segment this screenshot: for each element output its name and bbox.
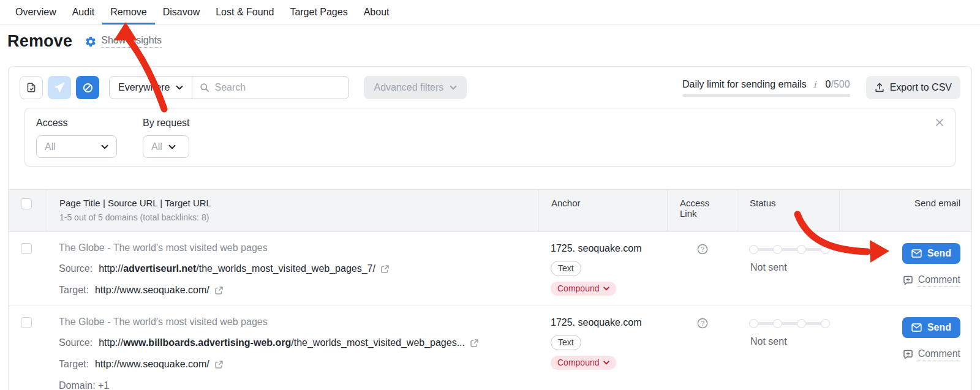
status-stepper (749, 245, 828, 254)
send-button[interactable]: Send (902, 243, 960, 264)
advanced-filters-button[interactable]: Advanced filters (364, 76, 467, 99)
advanced-filters-label: Advanced filters (374, 82, 443, 93)
upload-icon (875, 83, 884, 92)
svg-text:?: ? (701, 320, 704, 327)
chevron-down-icon (603, 287, 609, 291)
source-url-path: /the_worlds_most_visited_web_pages_7/ (196, 263, 375, 274)
send-button-label: Send (927, 322, 951, 333)
toolbar: Everywhere Advanced filters Daily limit (9, 67, 971, 107)
send-emails-button[interactable] (48, 76, 71, 99)
remove-panel-card: Everywhere Advanced filters Daily limit (8, 66, 972, 390)
scope-search-group: Everywhere (109, 76, 349, 99)
source-url-path: /the_worlds_most_visited_web_pages... (291, 337, 465, 348)
send-button[interactable]: Send (902, 317, 960, 338)
access-filter-select[interactable]: All (36, 135, 117, 158)
chevron-down-icon (450, 85, 457, 90)
anchor-category-badge[interactable]: Compound (551, 282, 616, 296)
access-filter-value: All (45, 141, 56, 152)
tab-disavow[interactable]: Disavow (155, 0, 208, 24)
select-all-checkbox[interactable] (21, 198, 32, 209)
scope-dropdown[interactable]: Everywhere (110, 77, 192, 99)
block-icon (82, 82, 94, 94)
anchor-type-badge: Text (551, 335, 581, 350)
daily-limit-label: Daily limit for sending emails (682, 79, 807, 90)
source-url: http://www.billboards.advertising-web.or… (99, 337, 465, 348)
status-text: Not sent (750, 262, 828, 273)
source-url-domain: www.billboards.advertising-web.org (123, 337, 291, 348)
envelope-icon (911, 323, 922, 332)
domain-more-link[interactable]: Domain: +1 (59, 380, 109, 390)
tab-lost-and-found[interactable]: Lost & Found (208, 0, 282, 24)
column-header-access-link: Access Link (667, 190, 737, 231)
daily-limit-count: 0/500 (826, 79, 850, 90)
daily-limit-block: Daily limit for sending emails i 0/500 (682, 79, 850, 97)
comment-plus-icon (903, 276, 913, 286)
tab-target-pages[interactable]: Target Pages (282, 0, 355, 24)
column-header-page-title: Page Title | Source URL | Target URL 1-5… (47, 190, 538, 231)
source-label: Source: (59, 263, 92, 274)
show-insights-link[interactable]: Show insights (85, 35, 162, 48)
chevron-down-icon (168, 144, 176, 149)
chevron-down-icon (101, 144, 108, 149)
target-url: http://www.seoquake.com/ (95, 285, 209, 296)
send-button-label: Send (927, 248, 951, 259)
page-title: Remove (7, 32, 72, 51)
tab-overview[interactable]: Overview (7, 0, 64, 24)
external-link-icon[interactable] (470, 339, 479, 348)
table-row: The Globe - The world's most visited web… (9, 306, 971, 390)
to-remove-list-button[interactable] (20, 76, 43, 99)
comment-label: Comment (918, 348, 960, 361)
external-link-icon[interactable] (214, 286, 224, 295)
anchor-type-badge: Text (551, 261, 581, 276)
search-icon (200, 83, 209, 92)
tab-audit[interactable]: Audit (64, 0, 102, 24)
external-link-icon[interactable] (380, 264, 390, 274)
comment-link[interactable]: Comment (903, 348, 960, 361)
close-icon (935, 118, 944, 127)
gear-icon (85, 36, 97, 48)
by-request-filter-value: All (151, 141, 162, 152)
comment-link[interactable]: Comment (903, 274, 960, 287)
access-link-cell: ? (667, 306, 737, 390)
filter-panel: Access All By request All (24, 108, 956, 167)
envelope-icon (911, 249, 922, 258)
backlink-page-title: The Globe - The world's most visited web… (59, 243, 527, 253)
target-url: http://www.seoquake.com/ (95, 359, 209, 370)
tab-about[interactable]: About (356, 0, 398, 24)
anchor-text: 1725. seoquake.com (551, 317, 656, 328)
question-circle-icon[interactable]: ? (696, 317, 709, 329)
status-cell: Not sent (737, 306, 839, 390)
svg-text:?: ? (701, 246, 704, 253)
export-to-csv-button[interactable]: Export to CSV (866, 76, 960, 99)
target-label: Target: (59, 285, 89, 296)
column-header-main-label: Page Title | Source URL | Target URL (59, 198, 527, 208)
by-request-filter-group: By request All (143, 118, 189, 158)
by-request-filter-select[interactable]: All (143, 135, 189, 158)
status-text: Not sent (750, 336, 828, 347)
column-header-anchor: Anchor (538, 190, 667, 231)
column-header-send-email: Send email (839, 190, 971, 231)
close-filter-panel-button[interactable] (933, 116, 946, 129)
anchor-cell: 1725. seoquake.com Text Compound (538, 232, 667, 306)
anchor-category-badge[interactable]: Compound (551, 356, 616, 370)
page-title-cell: The Globe - The world's most visited web… (47, 306, 538, 390)
chevron-down-icon (176, 85, 183, 90)
row-checkbox[interactable] (21, 243, 32, 254)
disavow-button[interactable] (76, 76, 99, 99)
search-field[interactable] (192, 77, 349, 99)
document-check-icon (26, 82, 37, 93)
row-checkbox[interactable] (21, 317, 32, 328)
target-label: Target: (59, 359, 89, 370)
send-email-cell: Send Comment (839, 232, 971, 306)
top-nav: Overview Audit Remove Disavow Lost & Fou… (0, 0, 980, 25)
tab-remove[interactable]: Remove (102, 0, 155, 24)
access-filter-label: Access (36, 118, 117, 129)
question-circle-icon[interactable]: ? (696, 243, 709, 255)
search-input[interactable] (214, 82, 341, 93)
scope-value: Everywhere (118, 82, 170, 93)
source-url: http://advertiseurl.net/the_worlds_most_… (99, 263, 375, 274)
show-insights-label: Show insights (101, 35, 162, 48)
info-icon[interactable]: i (812, 79, 818, 90)
external-link-icon[interactable] (214, 360, 224, 369)
daily-limit-total: /500 (831, 79, 850, 89)
